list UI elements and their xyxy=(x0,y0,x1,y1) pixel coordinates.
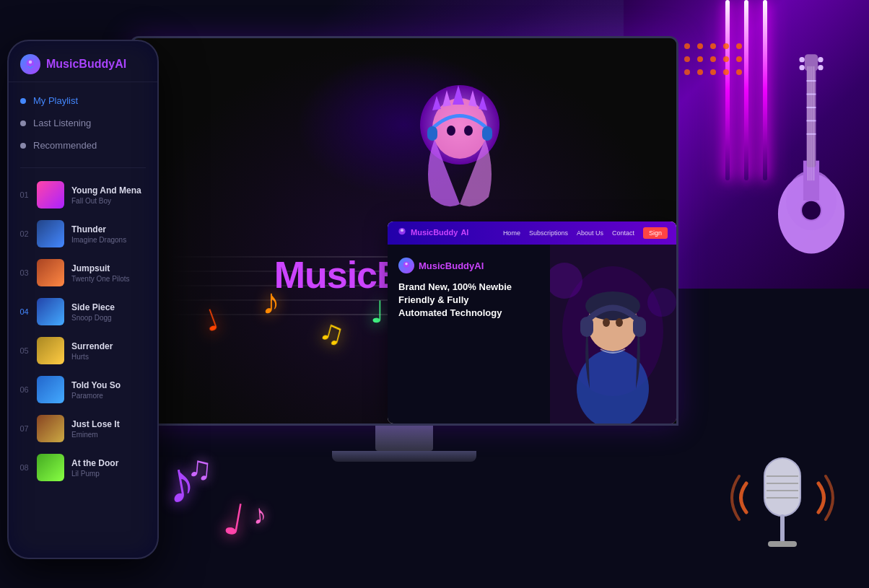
microphone xyxy=(725,444,826,545)
ai-character xyxy=(388,67,532,240)
track-item[interactable]: 06 Told You So Paramore xyxy=(9,370,157,409)
svg-point-20 xyxy=(29,61,32,64)
dot xyxy=(723,69,729,75)
track-item[interactable]: 01 Young And Mena Fall Out Boy xyxy=(9,175,157,214)
svg-point-43 xyxy=(603,318,610,327)
svg-point-10 xyxy=(799,57,804,62)
monitor-base xyxy=(332,451,476,462)
phone-header: MusicBuddyAI xyxy=(9,41,157,82)
svg-point-12 xyxy=(818,57,823,62)
svg-rect-28 xyxy=(427,126,437,141)
dot xyxy=(736,56,742,62)
track-thumbnail xyxy=(37,454,64,481)
dot xyxy=(710,69,716,75)
nav-item-recommended[interactable]: Recommended xyxy=(20,134,146,157)
mini-website: MusicBuddyAI Home Subscriptions About Us… xyxy=(388,221,676,424)
track-info: Young And Mena Fall Out Boy xyxy=(71,185,147,205)
guitar-icon xyxy=(746,14,869,267)
track-thumbnail xyxy=(37,337,64,364)
floating-note-pink: ♩ xyxy=(219,493,248,546)
track-thumbnail xyxy=(37,298,64,325)
phone-logo-icon xyxy=(20,54,40,74)
track-info: Side Piece Snoop Dogg xyxy=(71,302,147,322)
mini-nav: MusicBuddyAI Home Subscriptions About Us… xyxy=(388,221,676,245)
track-info: Just Lose It Eminem xyxy=(71,419,147,439)
music-note-3: ♫ xyxy=(315,312,349,354)
track-info: Thunder Imagine Dragons xyxy=(71,224,147,244)
dot xyxy=(723,56,729,62)
dot xyxy=(710,43,716,49)
svg-point-13 xyxy=(818,65,823,70)
svg-rect-53 xyxy=(768,541,797,547)
dot xyxy=(736,69,742,75)
svg-point-33 xyxy=(401,229,403,232)
dot xyxy=(736,43,742,49)
track-thumbnail xyxy=(37,181,64,209)
track-item[interactable]: 05 Surrender Hurts xyxy=(9,331,157,370)
monitor-mockup: ♩ ♪ ♫ ♩ ♪ ♫ ♩ xyxy=(130,36,678,483)
svg-point-22 xyxy=(432,98,487,159)
mini-left: MusicBuddyAI Brand New, 100% Newbie Frie… xyxy=(388,245,550,424)
svg-point-46 xyxy=(647,288,676,317)
track-list: 01 Young And Mena Fall Out Boy 02 Thunde… xyxy=(9,172,157,491)
svg-rect-9 xyxy=(805,54,818,71)
dot xyxy=(697,69,703,75)
track-item[interactable]: 08 At the Door Lil Pump xyxy=(9,448,157,487)
neon-line-1 xyxy=(725,0,730,180)
divider xyxy=(20,167,146,168)
svg-point-31 xyxy=(464,126,473,136)
nav-item-last-listening[interactable]: Last Listening xyxy=(20,112,146,134)
svg-rect-47 xyxy=(764,458,800,516)
dot xyxy=(697,56,703,62)
nav-dot xyxy=(20,120,26,126)
dot xyxy=(684,56,690,62)
nav-dot xyxy=(20,143,26,149)
svg-rect-42 xyxy=(633,317,646,337)
svg-point-11 xyxy=(799,65,804,70)
mini-nav-btn[interactable]: Sign xyxy=(643,227,668,239)
floating-note-small-1: ♫ xyxy=(186,449,214,488)
dot xyxy=(710,56,716,62)
track-thumbnail xyxy=(37,259,64,286)
svg-point-44 xyxy=(616,318,623,327)
svg-point-30 xyxy=(447,126,455,136)
track-info: Told You So Paramore xyxy=(71,380,147,400)
dot xyxy=(723,43,729,49)
mini-brand: MusicBuddyAI xyxy=(398,258,539,273)
track-thumbnail xyxy=(37,415,64,442)
phone-mockup: MusicBuddyAI My Playlist Last Listening … xyxy=(7,40,159,559)
dot xyxy=(697,43,703,49)
track-thumbnail xyxy=(37,376,64,403)
nav-dot xyxy=(20,98,26,104)
mini-right xyxy=(550,245,676,424)
track-thumbnail xyxy=(37,220,64,247)
svg-point-35 xyxy=(405,263,408,266)
phone-brand: MusicBuddyAI xyxy=(46,58,126,71)
phone-nav: My Playlist Last Listening Recommended xyxy=(9,82,157,164)
track-info: At the Door Lil Pump xyxy=(71,458,147,478)
monitor-screen: ♩ ♪ ♫ ♩ ♪ ♫ ♩ xyxy=(130,36,678,426)
dot xyxy=(684,69,690,75)
mini-brand-name: MusicBuddyAI xyxy=(419,260,484,271)
track-item[interactable]: 07 Just Lose It Eminem xyxy=(9,409,157,448)
track-item[interactable]: 02 Thunder Imagine Dragons xyxy=(9,214,157,253)
mini-brand-logo xyxy=(398,258,414,273)
monitor-stand xyxy=(375,426,433,451)
mini-logo: MusicBuddyAI xyxy=(396,227,468,240)
svg-point-14 xyxy=(801,201,821,221)
dot xyxy=(684,43,690,49)
track-item[interactable]: 04 Side Piece Snoop Dogg xyxy=(9,292,157,331)
mini-body: MusicBuddyAI Brand New, 100% Newbie Frie… xyxy=(388,245,676,424)
mini-nav-links: Home Subscriptions About Us Contact Sign xyxy=(503,227,668,239)
nav-item-playlist[interactable]: My Playlist xyxy=(20,89,146,112)
mini-tagline: Brand New, 100% Newbie Friendly & Fully … xyxy=(398,281,539,320)
track-info: Surrender Hurts xyxy=(71,341,147,361)
mini-right-img xyxy=(550,245,676,424)
floating-note-small-2: ♪ xyxy=(251,499,268,530)
svg-rect-29 xyxy=(482,126,492,141)
svg-rect-52 xyxy=(780,514,785,543)
track-info: Jumpsuit Twenty One Pilots xyxy=(71,263,147,283)
track-item[interactable]: 03 Jumpsuit Twenty One Pilots xyxy=(9,253,157,292)
svg-rect-41 xyxy=(580,317,593,337)
